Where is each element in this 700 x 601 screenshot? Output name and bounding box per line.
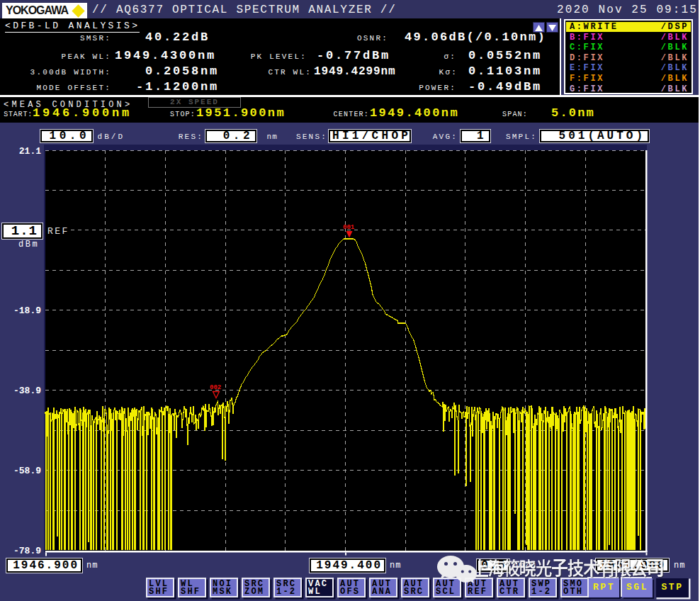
svg-text:002: 002 xyxy=(210,384,221,391)
svg-text:REF: REF xyxy=(47,226,69,237)
svg-text:001: 001 xyxy=(343,224,355,231)
